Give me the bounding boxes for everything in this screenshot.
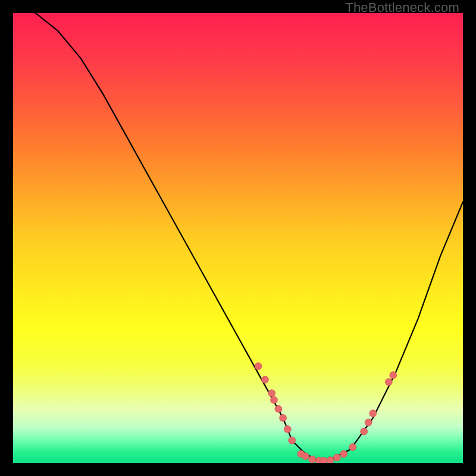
bottleneck-curve [13, 13, 463, 461]
data-point-marker [302, 453, 309, 460]
curve-markers [255, 363, 397, 464]
data-point-marker [385, 378, 392, 386]
data-point-marker [275, 405, 282, 412]
data-point-marker [309, 456, 316, 463]
data-point-marker [271, 396, 278, 403]
plot-area [13, 13, 463, 463]
data-point-marker [340, 450, 347, 458]
data-point-marker [280, 414, 287, 421]
data-point-marker [255, 363, 262, 370]
data-point-marker [390, 372, 397, 379]
data-point-marker [284, 425, 291, 433]
data-point-marker [361, 428, 368, 435]
data-point-marker [261, 376, 268, 383]
chart-frame: TheBottleneck.com [0, 0, 476, 476]
data-point-marker [327, 457, 334, 464]
watermark-text: TheBottleneck.com [345, 0, 459, 15]
data-point-marker [268, 390, 275, 397]
data-point-marker [320, 457, 327, 463]
data-point-marker [365, 419, 372, 426]
data-point-marker [369, 410, 377, 417]
data-point-marker [333, 454, 340, 461]
data-point-marker [349, 444, 356, 451]
curve-layer [13, 13, 463, 463]
data-point-marker [289, 437, 296, 444]
